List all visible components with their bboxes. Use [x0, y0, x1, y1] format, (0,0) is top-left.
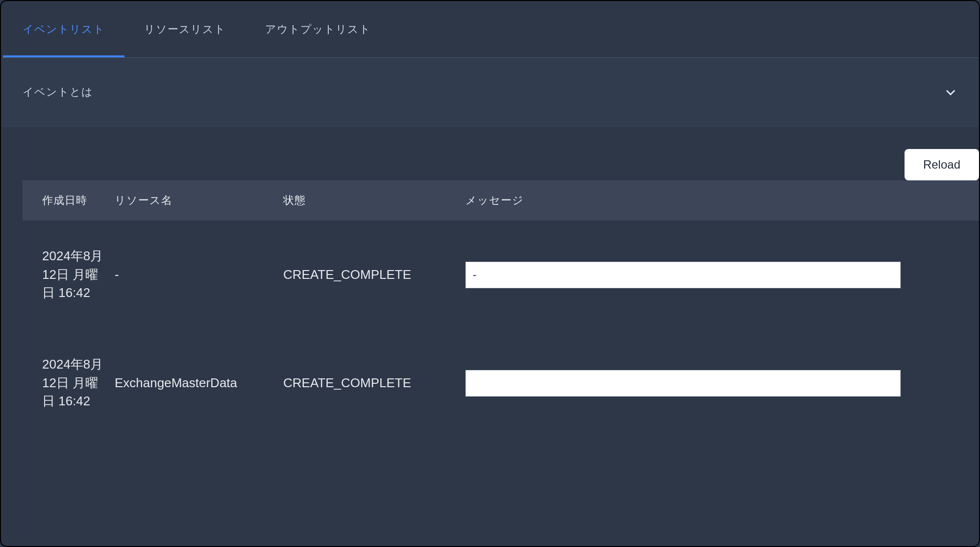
toolbar: Reload [1, 126, 979, 180]
tab-resource-list-label: リソースリスト [144, 22, 226, 37]
cell-created-at: 2024年8月12日 月曜日 16:42 [42, 355, 115, 411]
tab-output-list-label: アウトプットリスト [265, 22, 371, 37]
header-status: 状態 [283, 193, 466, 208]
header-resource-name: リソース名 [115, 193, 283, 208]
cell-message [466, 262, 959, 288]
cell-message [466, 370, 959, 397]
event-table: 作成日時 リソース名 状態 メッセージ 2024年8月12日 月曜日 16:42… [23, 180, 979, 437]
cell-resource-name: ExchangeMasterData [115, 375, 283, 391]
accordion-what-is-event[interactable]: イベントとは [1, 58, 979, 126]
message-input[interactable] [466, 262, 901, 288]
tab-event-list-label: イベントリスト [23, 22, 105, 37]
cell-created-at: 2024年8月12日 月曜日 16:42 [42, 247, 115, 302]
accordion-title: イベントとは [23, 85, 93, 99]
reload-button[interactable]: Reload [905, 149, 979, 180]
tabs-bar: イベントリスト リソースリスト アウトプットリスト [1, 1, 979, 58]
header-created-at: 作成日時 [42, 193, 115, 208]
chevron-down-icon [944, 85, 957, 99]
table-row: 2024年8月12日 月曜日 16:42 - CREATE_COMPLETE [23, 221, 979, 329]
cell-resource-name: - [115, 267, 283, 282]
header-message: メッセージ [466, 193, 959, 208]
tab-event-list[interactable]: イベントリスト [3, 1, 124, 57]
cell-status: CREATE_COMPLETE [283, 267, 466, 282]
tab-resource-list[interactable]: リソースリスト [124, 1, 245, 57]
cell-status: CREATE_COMPLETE [283, 375, 466, 391]
reload-button-label: Reload [923, 158, 960, 171]
table-header: 作成日時 リソース名 状態 メッセージ [23, 180, 979, 221]
message-input[interactable] [466, 370, 901, 397]
tab-output-list[interactable]: アウトプットリスト [245, 1, 391, 57]
app-frame: イベントリスト リソースリスト アウトプットリスト イベントとは Reload … [0, 0, 980, 547]
table-row: 2024年8月12日 月曜日 16:42 ExchangeMasterData … [23, 329, 979, 437]
